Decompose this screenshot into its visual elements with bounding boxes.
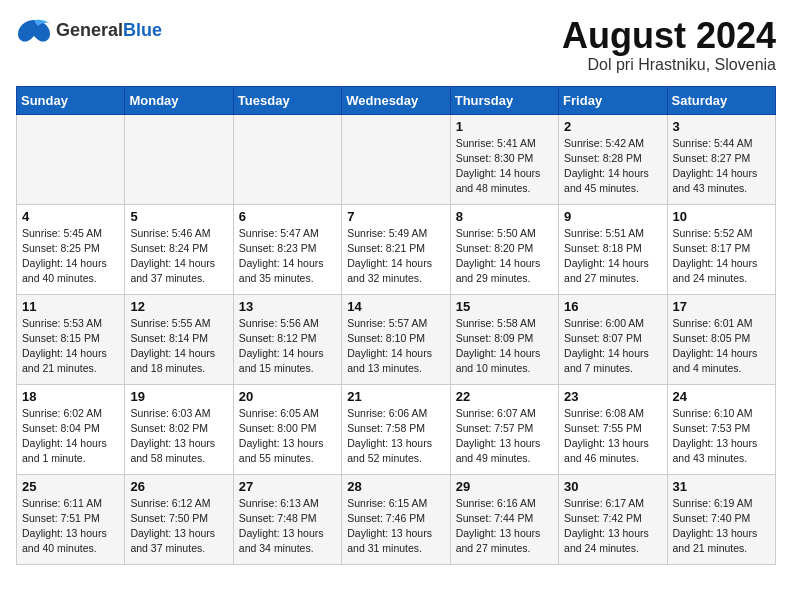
calendar-cell: 25Sunrise: 6:11 AM Sunset: 7:51 PM Dayli… bbox=[17, 474, 125, 564]
calendar-cell: 4Sunrise: 5:45 AM Sunset: 8:25 PM Daylig… bbox=[17, 204, 125, 294]
calendar-cell: 19Sunrise: 6:03 AM Sunset: 8:02 PM Dayli… bbox=[125, 384, 233, 474]
day-number: 21 bbox=[347, 389, 444, 404]
weekday-header: Monday bbox=[125, 86, 233, 114]
calendar-week-row: 1Sunrise: 5:41 AM Sunset: 8:30 PM Daylig… bbox=[17, 114, 776, 204]
calendar-cell: 7Sunrise: 5:49 AM Sunset: 8:21 PM Daylig… bbox=[342, 204, 450, 294]
cell-info: Sunrise: 6:17 AM Sunset: 7:42 PM Dayligh… bbox=[564, 496, 661, 557]
day-number: 12 bbox=[130, 299, 227, 314]
calendar-cell: 22Sunrise: 6:07 AM Sunset: 7:57 PM Dayli… bbox=[450, 384, 558, 474]
cell-info: Sunrise: 5:55 AM Sunset: 8:14 PM Dayligh… bbox=[130, 316, 227, 377]
day-number: 1 bbox=[456, 119, 553, 134]
calendar-cell: 5Sunrise: 5:46 AM Sunset: 8:24 PM Daylig… bbox=[125, 204, 233, 294]
day-number: 22 bbox=[456, 389, 553, 404]
weekday-header: Saturday bbox=[667, 86, 775, 114]
cell-info: Sunrise: 6:19 AM Sunset: 7:40 PM Dayligh… bbox=[673, 496, 770, 557]
day-number: 30 bbox=[564, 479, 661, 494]
calendar-cell: 27Sunrise: 6:13 AM Sunset: 7:48 PM Dayli… bbox=[233, 474, 341, 564]
cell-info: Sunrise: 6:05 AM Sunset: 8:00 PM Dayligh… bbox=[239, 406, 336, 467]
calendar-cell bbox=[233, 114, 341, 204]
day-number: 14 bbox=[347, 299, 444, 314]
cell-info: Sunrise: 5:49 AM Sunset: 8:21 PM Dayligh… bbox=[347, 226, 444, 287]
cell-info: Sunrise: 6:11 AM Sunset: 7:51 PM Dayligh… bbox=[22, 496, 119, 557]
cell-info: Sunrise: 5:44 AM Sunset: 8:27 PM Dayligh… bbox=[673, 136, 770, 197]
logo: GeneralBlue bbox=[16, 16, 162, 44]
page-subtitle: Dol pri Hrastniku, Slovenia bbox=[562, 56, 776, 74]
day-number: 11 bbox=[22, 299, 119, 314]
day-number: 25 bbox=[22, 479, 119, 494]
page-header: GeneralBlue August 2024 Dol pri Hrastnik… bbox=[16, 16, 776, 74]
day-number: 23 bbox=[564, 389, 661, 404]
calendar-cell: 24Sunrise: 6:10 AM Sunset: 7:53 PM Dayli… bbox=[667, 384, 775, 474]
calendar-cell: 15Sunrise: 5:58 AM Sunset: 8:09 PM Dayli… bbox=[450, 294, 558, 384]
cell-info: Sunrise: 5:41 AM Sunset: 8:30 PM Dayligh… bbox=[456, 136, 553, 197]
day-number: 28 bbox=[347, 479, 444, 494]
cell-info: Sunrise: 6:02 AM Sunset: 8:04 PM Dayligh… bbox=[22, 406, 119, 467]
calendar-cell: 29Sunrise: 6:16 AM Sunset: 7:44 PM Dayli… bbox=[450, 474, 558, 564]
cell-info: Sunrise: 5:51 AM Sunset: 8:18 PM Dayligh… bbox=[564, 226, 661, 287]
day-number: 6 bbox=[239, 209, 336, 224]
day-number: 8 bbox=[456, 209, 553, 224]
day-number: 2 bbox=[564, 119, 661, 134]
cell-info: Sunrise: 5:57 AM Sunset: 8:10 PM Dayligh… bbox=[347, 316, 444, 377]
day-number: 17 bbox=[673, 299, 770, 314]
cell-info: Sunrise: 6:01 AM Sunset: 8:05 PM Dayligh… bbox=[673, 316, 770, 377]
calendar-week-row: 4Sunrise: 5:45 AM Sunset: 8:25 PM Daylig… bbox=[17, 204, 776, 294]
calendar-cell: 26Sunrise: 6:12 AM Sunset: 7:50 PM Dayli… bbox=[125, 474, 233, 564]
calendar-cell: 1Sunrise: 5:41 AM Sunset: 8:30 PM Daylig… bbox=[450, 114, 558, 204]
calendar-cell: 30Sunrise: 6:17 AM Sunset: 7:42 PM Dayli… bbox=[559, 474, 667, 564]
cell-info: Sunrise: 6:08 AM Sunset: 7:55 PM Dayligh… bbox=[564, 406, 661, 467]
cell-info: Sunrise: 5:42 AM Sunset: 8:28 PM Dayligh… bbox=[564, 136, 661, 197]
calendar-cell bbox=[125, 114, 233, 204]
calendar-cell: 11Sunrise: 5:53 AM Sunset: 8:15 PM Dayli… bbox=[17, 294, 125, 384]
calendar-cell: 16Sunrise: 6:00 AM Sunset: 8:07 PM Dayli… bbox=[559, 294, 667, 384]
calendar-cell: 31Sunrise: 6:19 AM Sunset: 7:40 PM Dayli… bbox=[667, 474, 775, 564]
calendar-cell: 9Sunrise: 5:51 AM Sunset: 8:18 PM Daylig… bbox=[559, 204, 667, 294]
day-number: 19 bbox=[130, 389, 227, 404]
cell-info: Sunrise: 6:07 AM Sunset: 7:57 PM Dayligh… bbox=[456, 406, 553, 467]
day-number: 13 bbox=[239, 299, 336, 314]
cell-info: Sunrise: 6:12 AM Sunset: 7:50 PM Dayligh… bbox=[130, 496, 227, 557]
cell-info: Sunrise: 5:52 AM Sunset: 8:17 PM Dayligh… bbox=[673, 226, 770, 287]
day-number: 20 bbox=[239, 389, 336, 404]
calendar-cell: 12Sunrise: 5:55 AM Sunset: 8:14 PM Dayli… bbox=[125, 294, 233, 384]
calendar-cell bbox=[17, 114, 125, 204]
day-number: 18 bbox=[22, 389, 119, 404]
cell-info: Sunrise: 6:15 AM Sunset: 7:46 PM Dayligh… bbox=[347, 496, 444, 557]
cell-info: Sunrise: 6:10 AM Sunset: 7:53 PM Dayligh… bbox=[673, 406, 770, 467]
calendar-cell: 2Sunrise: 5:42 AM Sunset: 8:28 PM Daylig… bbox=[559, 114, 667, 204]
calendar-week-row: 11Sunrise: 5:53 AM Sunset: 8:15 PM Dayli… bbox=[17, 294, 776, 384]
cell-info: Sunrise: 6:16 AM Sunset: 7:44 PM Dayligh… bbox=[456, 496, 553, 557]
calendar-cell: 17Sunrise: 6:01 AM Sunset: 8:05 PM Dayli… bbox=[667, 294, 775, 384]
calendar-cell: 28Sunrise: 6:15 AM Sunset: 7:46 PM Dayli… bbox=[342, 474, 450, 564]
cell-info: Sunrise: 6:00 AM Sunset: 8:07 PM Dayligh… bbox=[564, 316, 661, 377]
cell-info: Sunrise: 6:03 AM Sunset: 8:02 PM Dayligh… bbox=[130, 406, 227, 467]
calendar-cell: 21Sunrise: 6:06 AM Sunset: 7:58 PM Dayli… bbox=[342, 384, 450, 474]
calendar-week-row: 25Sunrise: 6:11 AM Sunset: 7:51 PM Dayli… bbox=[17, 474, 776, 564]
cell-info: Sunrise: 5:45 AM Sunset: 8:25 PM Dayligh… bbox=[22, 226, 119, 287]
calendar-cell: 14Sunrise: 5:57 AM Sunset: 8:10 PM Dayli… bbox=[342, 294, 450, 384]
logo-general: General bbox=[56, 20, 123, 40]
calendar-week-row: 18Sunrise: 6:02 AM Sunset: 8:04 PM Dayli… bbox=[17, 384, 776, 474]
day-number: 9 bbox=[564, 209, 661, 224]
cell-info: Sunrise: 5:53 AM Sunset: 8:15 PM Dayligh… bbox=[22, 316, 119, 377]
day-number: 10 bbox=[673, 209, 770, 224]
cell-info: Sunrise: 6:06 AM Sunset: 7:58 PM Dayligh… bbox=[347, 406, 444, 467]
calendar-table: SundayMondayTuesdayWednesdayThursdayFrid… bbox=[16, 86, 776, 565]
calendar-cell: 3Sunrise: 5:44 AM Sunset: 8:27 PM Daylig… bbox=[667, 114, 775, 204]
calendar-cell: 13Sunrise: 5:56 AM Sunset: 8:12 PM Dayli… bbox=[233, 294, 341, 384]
day-number: 29 bbox=[456, 479, 553, 494]
day-number: 16 bbox=[564, 299, 661, 314]
calendar-cell: 20Sunrise: 6:05 AM Sunset: 8:00 PM Dayli… bbox=[233, 384, 341, 474]
calendar-cell: 18Sunrise: 6:02 AM Sunset: 8:04 PM Dayli… bbox=[17, 384, 125, 474]
logo-blue: Blue bbox=[123, 20, 162, 40]
page-title: August 2024 bbox=[562, 16, 776, 56]
weekday-header: Friday bbox=[559, 86, 667, 114]
day-number: 24 bbox=[673, 389, 770, 404]
weekday-header: Tuesday bbox=[233, 86, 341, 114]
day-number: 26 bbox=[130, 479, 227, 494]
day-number: 3 bbox=[673, 119, 770, 134]
weekday-header: Thursday bbox=[450, 86, 558, 114]
logo-icon bbox=[16, 16, 52, 44]
calendar-cell: 8Sunrise: 5:50 AM Sunset: 8:20 PM Daylig… bbox=[450, 204, 558, 294]
cell-info: Sunrise: 5:47 AM Sunset: 8:23 PM Dayligh… bbox=[239, 226, 336, 287]
